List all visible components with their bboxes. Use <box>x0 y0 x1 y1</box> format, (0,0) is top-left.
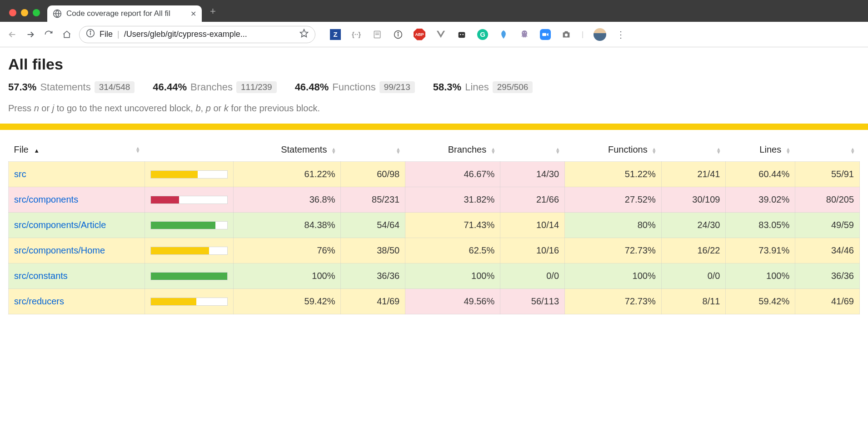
cell-functions-pct: 27.52% <box>565 187 662 213</box>
th-functions[interactable]: Functions ▴▾ <box>565 140 662 162</box>
tab-close-button[interactable]: ✕ <box>190 10 196 18</box>
coverage-bar <box>150 196 228 204</box>
nav-back-button[interactable] <box>6 29 18 40</box>
cell-statements-pct: 76% <box>234 238 341 263</box>
cell-statements-frac: 38/50 <box>341 238 405 263</box>
cell-branches-pct: 100% <box>405 263 500 289</box>
cell-branches-pct: 71.43% <box>405 213 500 238</box>
globe-icon <box>53 9 62 18</box>
extension-leaf-icon[interactable] <box>498 29 509 40</box>
cell-functions-frac: 21/41 <box>661 162 726 187</box>
cell-bar <box>145 263 234 289</box>
cell-statements-frac: 85/231 <box>341 187 405 213</box>
browser-tab[interactable]: Code coverage report for All fil ✕ <box>47 5 202 22</box>
cell-functions-pct: 72.73% <box>565 289 662 314</box>
extension-zoom-icon[interactable] <box>540 29 551 40</box>
summary-label: Statements <box>40 81 90 93</box>
svg-point-10 <box>398 32 399 33</box>
th-file[interactable]: File ▲ ▴▾ <box>9 140 145 162</box>
summary-label: Functions <box>332 81 375 93</box>
cell-bar <box>145 213 234 238</box>
cell-lines-pct: 83.05% <box>726 213 795 238</box>
extension-monster-icon[interactable] <box>456 29 467 40</box>
coverage-bar <box>150 272 228 280</box>
cell-branches-pct: 62.5% <box>405 238 500 263</box>
extension-info-icon[interactable] <box>393 29 404 40</box>
cell-file: src/components/Article <box>9 213 145 238</box>
coverage-table: File ▲ ▴▾ Statements ▴▾ ▴▾ Branches ▴▾ <box>8 140 860 314</box>
nav-home-button[interactable] <box>61 29 73 40</box>
cell-file: src/components/Home <box>9 238 145 263</box>
svg-point-15 <box>525 32 526 33</box>
file-link[interactable]: src/components/Home <box>14 245 105 255</box>
summary-pct: 58.3% <box>433 81 461 93</box>
browser-menu-button[interactable]: ⋮ <box>616 29 625 40</box>
cell-lines-pct: 60.44% <box>726 162 795 187</box>
cell-lines-pct: 59.42% <box>726 289 795 314</box>
svg-marker-4 <box>300 30 308 37</box>
th-lines-frac[interactable]: ▴▾ <box>795 140 860 162</box>
extension-abp-icon[interactable]: ABP <box>414 29 425 40</box>
bookmark-star-icon[interactable] <box>299 29 309 40</box>
extension-octopus-icon[interactable] <box>519 29 530 40</box>
svg-rect-16 <box>542 33 546 36</box>
cell-lines-frac: 49/59 <box>795 213 860 238</box>
cell-functions-pct: 51.22% <box>565 162 662 187</box>
table-row: src/constants100%36/36100%0/0100%0/0100%… <box>9 263 860 289</box>
cell-branches-frac: 0/0 <box>500 263 565 289</box>
coverage-bar <box>150 247 228 255</box>
file-link[interactable]: src/reducers <box>14 296 64 306</box>
extension-camera-icon[interactable] <box>561 29 572 40</box>
window-minimize-button[interactable] <box>21 9 28 16</box>
summary-branches: 46.44% Branches 111/239 <box>153 81 276 93</box>
summary-pct: 57.3% <box>8 81 36 93</box>
window-close-button[interactable] <box>9 9 16 16</box>
cell-lines-pct: 73.91% <box>726 238 795 263</box>
profile-avatar[interactable] <box>594 28 606 41</box>
extension-grammarly-icon[interactable]: G <box>477 29 488 40</box>
cell-statements-pct: 61.22% <box>234 162 341 187</box>
nav-reload-button[interactable] <box>43 29 55 40</box>
sort-icon: ▴▾ <box>492 147 495 154</box>
th-statements-frac[interactable]: ▴▾ <box>341 140 405 162</box>
extension-braces-icon[interactable]: {··} <box>351 29 362 40</box>
cell-lines-frac: 34/46 <box>795 238 860 263</box>
cell-file: src/components <box>9 187 145 213</box>
summary-statements: 57.3% Statements 314/548 <box>8 81 135 93</box>
cell-statements-pct: 36.8% <box>234 187 341 213</box>
file-link[interactable]: src <box>14 169 26 179</box>
th-lines[interactable]: Lines ▴▾ <box>726 140 795 162</box>
window-fullscreen-button[interactable] <box>33 9 40 16</box>
extension-z-icon[interactable]: Z <box>330 29 341 40</box>
th-statements[interactable]: Statements ▴▾ <box>234 140 341 162</box>
cell-statements-frac: 36/36 <box>341 263 405 289</box>
coverage-summary: 57.3% Statements 314/548 46.44% Branches… <box>8 81 868 93</box>
extension-page-icon[interactable] <box>372 29 383 40</box>
extension-vue-icon[interactable] <box>435 29 446 40</box>
cell-functions-frac: 30/109 <box>661 187 726 213</box>
summary-label: Branches <box>190 81 233 93</box>
site-info-icon[interactable] <box>86 29 95 40</box>
cell-bar <box>145 238 234 263</box>
file-link[interactable]: src/components/Article <box>14 220 106 230</box>
th-functions-frac[interactable]: ▴▾ <box>661 140 726 162</box>
help-text: Press n or j to go to the next uncovered… <box>8 103 868 114</box>
file-link[interactable]: src/constants <box>14 271 68 281</box>
cell-lines-pct: 39.02% <box>726 187 795 213</box>
cell-branches-frac: 14/30 <box>500 162 565 187</box>
file-link[interactable]: src/components <box>14 194 78 204</box>
tab-title: Code coverage report for All fil <box>66 9 188 18</box>
table-row: src/components/Home76%38/5062.5%10/1672.… <box>9 238 860 263</box>
th-bar[interactable] <box>145 140 234 162</box>
cell-file: src/reducers <box>9 289 145 314</box>
cell-bar <box>145 289 234 314</box>
svg-point-3 <box>90 31 91 32</box>
th-branches[interactable]: Branches ▴▾ <box>405 140 500 162</box>
coverage-bar <box>150 298 228 306</box>
address-bar[interactable]: File | /Users/gleb/git/cypress-example..… <box>79 26 315 43</box>
nav-forward-button[interactable] <box>25 29 36 40</box>
new-tab-button[interactable]: + <box>202 5 224 22</box>
summary-pct: 46.44% <box>153 81 187 93</box>
th-branches-frac[interactable]: ▴▾ <box>500 140 565 162</box>
browser-chrome: Code coverage report for All fil ✕ + <box>0 0 868 22</box>
